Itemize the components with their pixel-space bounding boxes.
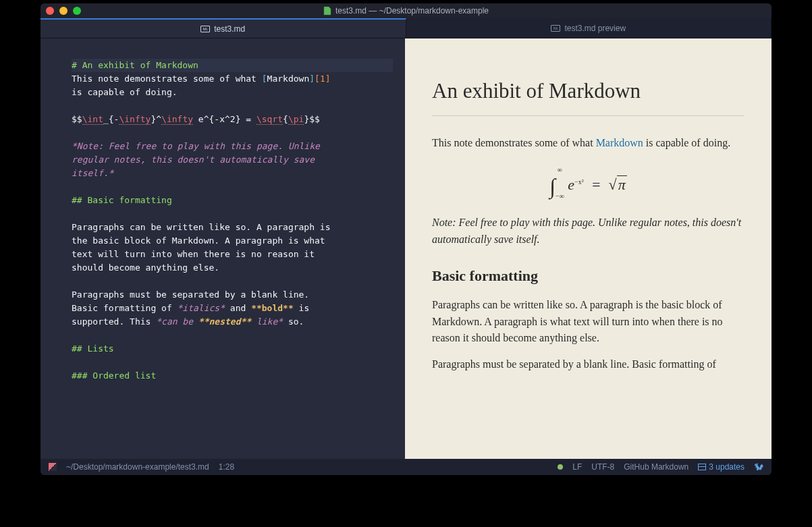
editor-h3: ### Ordered list — [72, 369, 393, 383]
source-editor[interactable]: # An exhibit of Markdown This note demon… — [40, 38, 405, 459]
status-encoding[interactable]: UTF-8 — [591, 462, 614, 472]
status-filepath[interactable]: ~/Desktop/markdown-example/test3.md — [66, 462, 209, 472]
preview-h2: Basic formatting — [432, 267, 745, 285]
divider — [432, 115, 745, 116]
squirrel-icon[interactable]: 🐿 — [754, 462, 763, 472]
editor-note-line: itself.* — [72, 167, 393, 180]
project-icon[interactable] — [49, 463, 57, 471]
git-clean-icon[interactable] — [558, 464, 563, 470]
editor-note-line: *Note: Feel free to play with this page.… — [72, 140, 393, 153]
editor-window: test3.md — ~/Desktop/markdown-example M↓… — [40, 3, 772, 475]
markdown-icon: M↓ — [200, 26, 210, 32]
editor-math-line: $$\int_{-\infty}^\infty e^{-x^2} = \sqrt… — [72, 113, 393, 126]
preview-paragraph: This note demonstrates some of what Mark… — [432, 135, 745, 152]
minimize-icon[interactable] — [59, 7, 67, 15]
close-icon[interactable] — [46, 7, 54, 15]
editor-note-line: regular notes, this doesn't automaticall… — [72, 153, 393, 167]
tab-preview-label: test3.md preview — [564, 24, 626, 33]
editor-line: should become anything else. — [72, 261, 393, 275]
editor-line: Paragraphs must be separated by a blank … — [72, 288, 393, 302]
markdown-preview[interactable]: An exhibit of Markdown This note demonst… — [405, 38, 772, 459]
preview-note: Note: Feel free to play with this page. … — [432, 215, 745, 248]
editor-line: is capable of doing. — [72, 86, 393, 99]
editor-line: Paragraphs can be written like so. A par… — [72, 221, 393, 234]
titlebar[interactable]: test3.md — ~/Desktop/markdown-example — [40, 3, 772, 18]
markdown-link[interactable]: Markdown — [596, 137, 643, 148]
markdown-file-icon — [323, 6, 331, 16]
markdown-icon: M↓ — [551, 25, 560, 32]
tab-editor[interactable]: M↓ test3.md — [40, 18, 406, 38]
updates-badge[interactable]: 3 updates — [698, 462, 745, 472]
tab-bar: M↓ test3.md M↓ test3.md preview — [40, 18, 772, 38]
preview-paragraph: Paragraphs can be written like so. A par… — [432, 297, 745, 347]
tab-preview[interactable]: M↓ test3.md preview — [406, 18, 772, 38]
window-title: test3.md — ~/Desktop/markdown-example — [40, 6, 772, 16]
status-cursor[interactable]: 1:28 — [219, 462, 234, 472]
preview-math: ∫∞−∞ e−x² = √π — [432, 164, 745, 200]
window-title-text: test3.md — ~/Desktop/markdown-example — [335, 6, 489, 16]
preview-paragraph: Paragraphs must be separated by a blank … — [432, 356, 745, 373]
status-line-ending[interactable]: LF — [572, 462, 582, 472]
editor-line: text will turn into when there is no rea… — [72, 248, 393, 261]
preview-h1: An exhibit of Markdown — [432, 79, 745, 103]
editor-line: the basic block of Markdown. A paragraph… — [72, 234, 393, 248]
editor-h1: # An exhibit of Markdown — [72, 60, 198, 70]
editor-line: supported. This *can be **nested** like*… — [72, 315, 393, 329]
status-bar: ~/Desktop/markdown-example/test3.md 1:28… — [40, 459, 772, 475]
maximize-icon[interactable] — [73, 7, 81, 15]
split-panes: # An exhibit of Markdown This note demon… — [40, 38, 772, 459]
status-grammar[interactable]: GitHub Markdown — [624, 462, 688, 472]
editor-h2: ## Basic formatting — [72, 194, 393, 207]
editor-h2: ## Lists — [72, 342, 393, 356]
traffic-lights — [46, 7, 81, 15]
package-icon — [698, 464, 706, 470]
editor-line: Basic formatting of *italics* and **bold… — [72, 302, 393, 315]
tab-editor-label: test3.md — [214, 24, 245, 34]
editor-line: This note demonstrates some of what [Mar… — [72, 72, 393, 86]
